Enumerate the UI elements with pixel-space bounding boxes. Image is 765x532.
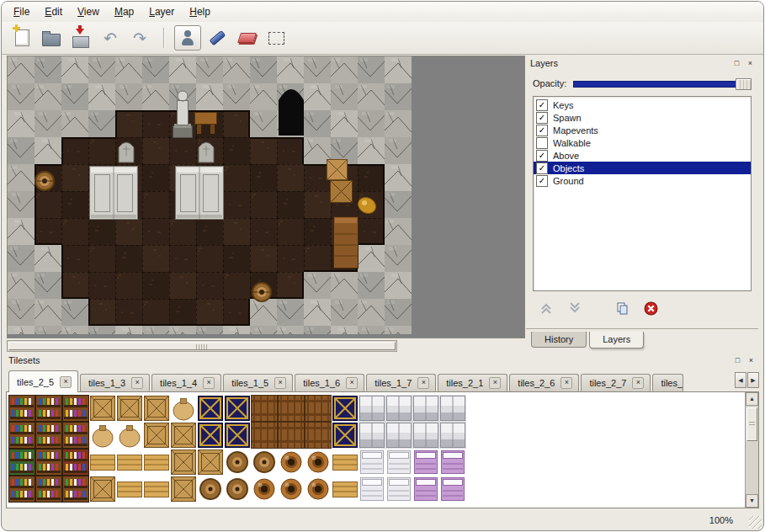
tab-label: tiles_1_6	[303, 378, 340, 388]
tileset-content[interactable]: ▲ ▼	[6, 391, 759, 508]
redo-arrow-icon: ↷	[133, 30, 146, 46]
tab-label: tiles_2_7	[589, 378, 626, 388]
chevrons-up-icon	[539, 301, 553, 315]
close-tab-icon[interactable]: ×	[60, 376, 72, 388]
tab-label: tiles_1_7	[375, 378, 412, 388]
scroll-up-button[interactable]: ▲	[746, 392, 758, 406]
delete-circle-icon	[644, 301, 658, 316]
resize-grip[interactable]	[749, 516, 762, 529]
scroll-tabs-right-button[interactable]: ▶	[747, 372, 759, 388]
tab-scroll-nav: ◀ ▶	[735, 372, 759, 388]
tileset-tab-tiles_1_3[interactable]: tiles_1_3 ×	[80, 374, 150, 391]
layers-panel-title: Layers	[530, 58, 729, 68]
menu-file[interactable]: File	[7, 3, 36, 20]
tileset-tab-tiles_1_7[interactable]: tiles_1_7 ×	[366, 374, 436, 391]
select-tool-button[interactable]	[263, 25, 290, 51]
menu-help[interactable]: Help	[183, 3, 217, 20]
layer-checkbox[interactable]: ✓	[536, 175, 548, 187]
copy-icon	[615, 301, 629, 315]
close-panel-icon[interactable]: ×	[745, 58, 756, 69]
save-button[interactable]	[67, 25, 94, 51]
close-tab-icon[interactable]: ×	[489, 377, 501, 389]
close-tab-icon[interactable]: ×	[560, 377, 572, 389]
layer-name: Mapevents	[553, 125, 598, 136]
eraser-icon	[237, 33, 257, 43]
tileset-tab-tiles_2_5[interactable]: tiles_2_5 ×	[8, 370, 78, 392]
layer-checkbox[interactable]: ✓	[536, 150, 548, 162]
menu-map[interactable]: Map	[108, 3, 141, 20]
map-view[interactable]	[7, 56, 525, 338]
scrollbar-thumb[interactable]	[8, 342, 396, 350]
tileset-canvas[interactable]	[8, 395, 466, 503]
close-tab-icon[interactable]: ×	[417, 377, 429, 389]
stamp-tool-button[interactable]	[174, 25, 201, 51]
move-layer-down-button[interactable]	[565, 299, 585, 317]
tileset-tabs: tiles_2_5 × tiles_1_3 × tiles_1_4 × tile…	[6, 369, 759, 392]
layer-row-above[interactable]: ✓ Above	[534, 149, 751, 162]
layer-row-walkable[interactable]: ✓ Walkable	[534, 136, 751, 149]
layer-checkbox[interactable]: ✓	[536, 112, 548, 124]
close-tab-icon[interactable]: ×	[346, 377, 358, 389]
float-panel-icon[interactable]: □	[732, 355, 743, 366]
layer-row-spawn[interactable]: ✓ Spawn	[534, 111, 751, 124]
map-hscrollbar[interactable]	[7, 340, 397, 352]
opacity-label: Opacity:	[533, 78, 566, 88]
close-tab-icon[interactable]: ×	[632, 377, 644, 389]
scrollbar-thumb[interactable]	[746, 407, 757, 441]
tab-label: tiles_1_4	[160, 378, 197, 388]
fill-tool-button[interactable]	[204, 25, 231, 51]
layer-row-mapevents[interactable]: ✓ Mapevents	[534, 124, 751, 136]
scroll-tabs-left-button[interactable]: ◀	[735, 372, 746, 388]
move-layer-up-button[interactable]	[536, 299, 556, 317]
menu-view[interactable]: View	[71, 3, 106, 20]
layer-checkbox[interactable]: ✓	[536, 137, 548, 149]
tileset-vscrollbar[interactable]: ▲ ▼	[745, 392, 758, 508]
zoom-level: 100%	[709, 515, 733, 525]
opacity-row: Opacity:	[533, 76, 752, 91]
tileset-tab-tiles_1_5[interactable]: tiles_1_5 ×	[223, 374, 293, 391]
layer-checkbox[interactable]: ✓	[536, 125, 548, 136]
opacity-slider-handle[interactable]	[736, 78, 752, 90]
undo-button[interactable]: ↶	[97, 25, 124, 51]
tileset-tab-tiles_1_4[interactable]: tiles_1_4 ×	[151, 374, 221, 391]
tab-label: Layers	[603, 334, 630, 344]
tab-layers[interactable]: Layers	[589, 332, 644, 348]
menu-layer[interactable]: Layer	[142, 3, 181, 20]
scrollbar-track[interactable]	[746, 406, 758, 494]
opacity-slider[interactable]	[573, 77, 752, 89]
redo-button[interactable]: ↷	[126, 25, 153, 51]
layers-panel-titlebar: Layers □ ×	[526, 56, 760, 71]
tab-history[interactable]: History	[531, 332, 587, 348]
layer-row-keys[interactable]: ✓ Keys	[534, 98, 751, 111]
tab-label: tiles_1_5	[231, 378, 268, 388]
tileset-tab-tiles_2_6[interactable]: tiles_2_6 ×	[509, 374, 579, 391]
close-tab-icon[interactable]: ×	[274, 377, 286, 389]
tileset-tab-tiles_2_7[interactable]: tiles_2_7 ×	[581, 374, 651, 391]
map-canvas[interactable]	[8, 56, 412, 334]
close-tab-icon[interactable]: ×	[203, 377, 215, 389]
eraser-tool-button[interactable]	[233, 25, 260, 51]
scroll-down-button[interactable]: ▼	[746, 494, 758, 508]
layer-checkbox[interactable]: ✓	[536, 99, 548, 111]
layers-panel: Layers □ × Opacity: ✓ Keys ✓ Spawn ✓ Map…	[526, 56, 760, 348]
close-panel-icon[interactable]: ×	[746, 355, 757, 366]
new-file-icon	[15, 29, 29, 46]
tileset-tab-truncated[interactable]: tiles_ ×	[652, 374, 683, 391]
panel-tabs: History Layers	[531, 332, 646, 348]
chevrons-down-icon	[568, 301, 582, 315]
layer-row-ground[interactable]: ✓ Ground	[534, 174, 751, 187]
layer-actions	[536, 298, 661, 318]
float-panel-icon[interactable]: □	[731, 58, 742, 69]
layer-checkbox[interactable]: ✓	[536, 162, 548, 174]
tilesets-panel-titlebar: Tilesets □ ×	[4, 353, 761, 368]
delete-layer-button[interactable]	[640, 299, 661, 317]
menu-edit[interactable]: Edit	[38, 3, 69, 20]
opacity-slider-fill	[573, 81, 749, 88]
layer-row-objects[interactable]: ✓ Objects	[534, 162, 751, 174]
open-button[interactable]	[38, 25, 65, 51]
tileset-tab-tiles_1_6[interactable]: tiles_1_6 ×	[295, 374, 364, 391]
duplicate-layer-button[interactable]	[612, 299, 632, 317]
close-tab-icon[interactable]: ×	[131, 377, 143, 389]
tileset-tab-tiles_2_1[interactable]: tiles_2_1 ×	[438, 374, 507, 391]
new-map-button[interactable]	[8, 25, 35, 51]
